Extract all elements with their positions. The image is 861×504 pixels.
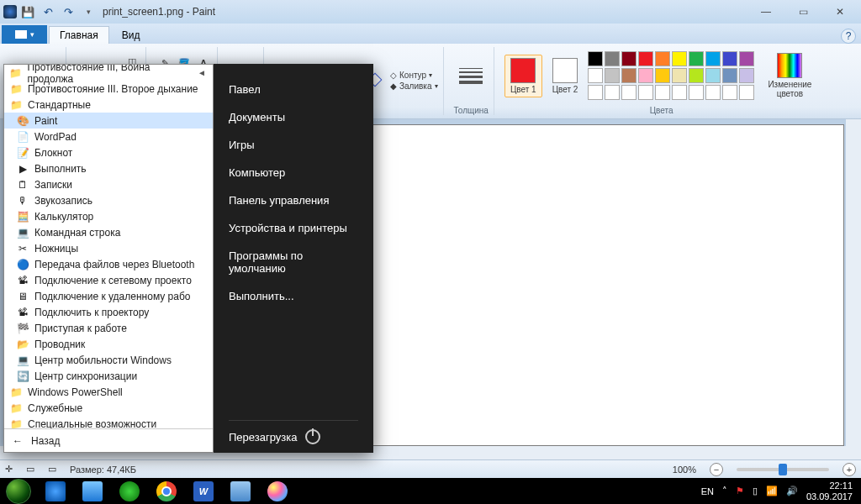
palette-swatch[interactable] [605,51,620,66]
edit-colors-button[interactable]: Изменение цветов [761,51,818,100]
palette-swatch[interactable] [739,85,754,100]
start-menu-place[interactable]: Устройства и принтеры [229,214,358,242]
start-menu-place[interactable]: Программы по умолчанию [229,242,358,282]
palette-swatch[interactable] [705,51,721,66]
start-menu-item[interactable]: ▶Выполнить [4,160,213,176]
palette-swatch[interactable] [638,51,653,66]
restart-button[interactable]: Перезагрузка [229,431,297,444]
color1-button[interactable]: Цвет 1 [504,55,542,97]
start-menu-item[interactable]: 🔵Передача файлов через Bluetooth [4,256,213,272]
start-menu-item[interactable]: ✂Ножницы [4,240,213,256]
palette-swatch[interactable] [605,68,620,83]
palette-swatch[interactable] [621,51,637,66]
start-menu-item[interactable]: 🏁Приступая к работе [4,320,213,336]
start-menu-item[interactable]: 🎙Звукозапись [4,192,213,208]
battery-icon[interactable]: ▯ [753,486,758,496]
start-menu-place[interactable]: Компьютер [229,159,358,186]
start-menu-item[interactable]: 🧮Калькулятор [4,208,213,224]
volume-icon[interactable]: 🔊 [786,486,798,496]
palette-swatch[interactable] [739,51,754,66]
start-menu-item[interactable]: 🗒Записки [4,176,213,192]
start-menu-item[interactable]: 📁Противостояние III, Война продолжа◄ [4,65,213,81]
taskbar-explorer-icon[interactable] [77,480,108,503]
outline-button[interactable]: ◇Контур▾ [390,71,438,80]
taskbar-chrome-icon[interactable] [151,480,182,503]
start-menu-item[interactable]: 📽Подключить к проектору [4,304,213,320]
palette-swatch[interactable] [722,68,737,83]
palette-swatch[interactable] [605,85,620,100]
palette-swatch[interactable] [638,85,653,100]
start-menu-item[interactable]: 🖥Подключение к удаленному рабо [4,288,213,304]
start-menu-item[interactable]: 📁Стандартные [4,97,213,113]
palette-swatch[interactable] [655,51,670,66]
start-menu-item[interactable]: 📁Windows PowerShell [4,384,213,400]
start-menu-item[interactable]: 📁Противостояние III. Второе дыхание [4,81,213,97]
palette-swatch[interactable] [638,68,653,83]
palette-swatch[interactable] [655,68,670,83]
start-menu-item[interactable]: 🎨Paint [4,113,213,129]
palette-swatch[interactable] [689,68,704,83]
palette-swatch[interactable] [588,85,603,100]
palette-swatch[interactable] [722,51,737,66]
undo-icon[interactable]: ↶ [40,4,55,19]
minimize-button[interactable]: — [748,3,784,20]
start-menu-item[interactable]: 💻Командная строка [4,224,213,240]
flag-icon[interactable]: ⚑ [736,486,744,496]
vertical-scrollbar[interactable] [846,119,861,463]
network-icon[interactable]: 📶 [766,486,778,496]
start-menu-item[interactable]: 📁Специальные возможности [4,416,213,428]
palette-swatch[interactable] [672,68,687,83]
zoom-out-button[interactable]: − [710,463,723,476]
tray-chevron-icon[interactable]: ˄ [722,486,727,496]
app-icon[interactable] [3,5,17,18]
start-menu-item[interactable]: 📄WordPad [4,129,213,144]
start-menu-item[interactable]: 🔄Центр синхронизации [4,368,213,384]
taskbar-app2-icon[interactable] [225,480,256,503]
start-menu-place[interactable]: Игры [229,131,358,159]
start-menu-item[interactable]: 📂Проводник [4,336,213,352]
palette-swatch[interactable] [705,68,721,83]
tab-main[interactable]: Главная [49,26,109,44]
taskbar-app-icon[interactable] [114,480,145,503]
start-menu-item[interactable]: 📽Подключение к сетевому проекто [4,272,213,288]
power-icon[interactable] [305,429,320,444]
palette-swatch[interactable] [705,85,721,100]
taskbar-ie-icon[interactable] [40,480,71,503]
start-menu-item[interactable]: 💻Центр мобильности Windows [4,352,213,368]
fill-button[interactable]: ◆Заливка▾ [390,81,438,91]
palette-swatch[interactable] [739,68,754,83]
palette-swatch[interactable] [588,68,603,83]
help-icon[interactable]: ? [841,29,856,44]
zoom-in-button[interactable]: + [843,463,856,476]
close-button[interactable]: ✕ [822,3,858,20]
palette-swatch[interactable] [621,68,637,83]
palette-swatch[interactable] [655,85,670,100]
qat-customize-icon[interactable]: ▾ [81,4,96,19]
maximize-button[interactable]: ▭ [785,3,821,20]
start-menu-item[interactable]: 📝Блокнот [4,144,213,160]
palette-swatch[interactable] [621,85,637,100]
taskbar-clock[interactable]: 22:11 03.09.2017 [806,480,853,501]
start-menu-place[interactable]: Выполнить... [229,282,358,310]
redo-icon[interactable]: ↷ [61,4,76,19]
taskbar-word-icon[interactable]: W [188,480,219,503]
start-menu-back-button[interactable]: ← Назад [4,428,213,452]
tab-view[interactable]: Вид [111,26,151,44]
taskbar-paint-icon[interactable] [262,480,293,503]
start-menu-item[interactable]: 📁Служебные [4,400,213,416]
save-icon[interactable]: 💾 [20,4,35,19]
palette-swatch[interactable] [722,85,737,100]
palette-swatch[interactable] [689,51,704,66]
thickness-button[interactable] [456,66,486,86]
palette-swatch[interactable] [672,85,687,100]
palette-swatch[interactable] [689,85,704,100]
zoom-slider[interactable] [737,468,829,471]
start-button[interactable] [3,480,34,503]
color2-button[interactable]: Цвет 2 [549,56,582,96]
palette-swatch[interactable] [672,51,687,66]
start-menu-place[interactable]: Документы [229,103,358,131]
start-menu-place[interactable]: Павел [229,76,358,103]
file-tab[interactable]: ▾ [2,25,47,44]
color-palette[interactable] [588,51,754,100]
language-indicator[interactable]: EN [701,486,714,496]
